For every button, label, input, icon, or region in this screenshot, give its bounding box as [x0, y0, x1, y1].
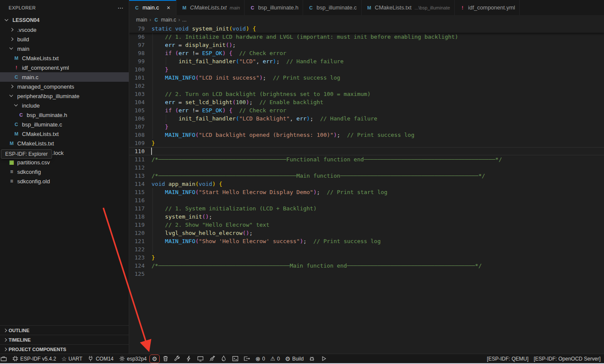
- code-line-116[interactable]: 116: [129, 196, 604, 204]
- statusbar-trash[interactable]: [160, 355, 171, 363]
- statusbar-gear[interactable]: ⚙: [149, 355, 160, 363]
- sticky-line-79[interactable]: 79static void system_init(void) {: [129, 25, 604, 33]
- tree-item-sdkconfig[interactable]: ≡sdkconfig: [0, 167, 129, 176]
- line-content: MAIN_INFO("LCD backlight opened (brightn…: [152, 131, 604, 139]
- tree-item-bsp-illuminate-c[interactable]: Cbsp_illuminate.c: [0, 120, 129, 129]
- statusbar-bug[interactable]: [306, 355, 318, 363]
- section-label: TIMELINE: [9, 337, 31, 342]
- status-bar: ESP-IDF v5.4.2☆UARTCOM14esp32p4⚙⊗0⚠0⚙Bui…: [0, 354, 604, 363]
- statusbar-play[interactable]: [318, 355, 329, 363]
- statusbar-chip-esp-idf-v5-4-2[interactable]: ESP-IDF v5.4.2: [9, 355, 59, 363]
- code-line-122[interactable]: 122: [129, 245, 604, 253]
- code-line-113[interactable]: 113/*───────────────────────────────────…: [129, 172, 604, 180]
- code-line-99[interactable]: 99 init_fail_handler("LCD", err); // Han…: [129, 57, 604, 65]
- close-icon[interactable]: ×: [165, 4, 172, 11]
- code-line-106[interactable]: 106 init_fail_handler("LCD Backlight", e…: [129, 114, 604, 123]
- statusbar-esp-idf-qemu[interactable]: [ESP-IDF: QEMU]: [484, 355, 531, 363]
- statusbar-flame[interactable]: [218, 355, 229, 363]
- statusbar-wrench[interactable]: [171, 355, 183, 363]
- tree-item-managed-components[interactable]: managed_components: [0, 82, 129, 91]
- line-number: 97: [129, 41, 152, 49]
- code-line-108[interactable]: 108 MAIN_INFO("LCD backlight opened (bri…: [129, 131, 604, 139]
- code-line-110[interactable]: 110: [129, 147, 604, 155]
- tree-item-lesson04[interactable]: LESSON04: [0, 15, 129, 25]
- statusbar-star-uart[interactable]: ☆UART: [59, 355, 85, 363]
- statusbar-export[interactable]: [241, 355, 253, 363]
- tree-item-vscode[interactable]: .vscode: [0, 25, 129, 34]
- statusbar-esp-idf-openocd-server[interactable]: [ESP-IDF: OpenOCD Server]: [531, 355, 603, 363]
- sticky-scroll-line[interactable]: 79static void system_init(void) {: [129, 25, 604, 33]
- tab-bsp-illuminate-h[interactable]: Cbsp_illuminate.h: [245, 0, 303, 15]
- breadcrumb-item[interactable]: main.c: [161, 17, 176, 23]
- line-content: static void system_init(void) {: [152, 25, 604, 33]
- line-content: void app_main(void) {: [152, 180, 604, 188]
- statusbar-monitor[interactable]: [195, 355, 206, 363]
- tab-bsp-illuminate-c[interactable]: Cbsp_illuminate.c: [303, 0, 361, 15]
- code-line-111[interactable]: 111/*───────────────────────────────────…: [129, 155, 604, 163]
- code-line-118[interactable]: 118 system_init();: [129, 213, 604, 221]
- section-timeline[interactable]: TIMELINE: [0, 335, 129, 344]
- code-line-101[interactable]: 101 MAIN_INFO("LCD init success"); // Pr…: [129, 74, 604, 82]
- code-line-96[interactable]: 96 // 1. Initialize LCD hardware and LVG…: [129, 33, 604, 41]
- tab-main-c[interactable]: Cmain.c×: [129, 0, 177, 15]
- line-number: 112: [129, 163, 152, 172]
- section-outline[interactable]: OUTLINE: [0, 325, 129, 335]
- code-line-112[interactable]: 112: [129, 163, 604, 172]
- statusbar-debug-plug[interactable]: [206, 355, 218, 363]
- tab-idf-component-yml[interactable]: !idf_component.yml: [455, 0, 520, 15]
- tree-item-idf-component-yml[interactable]: !idf_component.yml: [0, 63, 129, 72]
- statusbar-terminal[interactable]: [229, 355, 241, 363]
- tree-item-include[interactable]: include: [0, 101, 129, 110]
- tree-item-bsp-illuminate-h[interactable]: Cbsp_illuminate.h: [0, 110, 129, 120]
- code-line-100[interactable]: 100 }: [129, 65, 604, 74]
- code-line-124[interactable]: 124/*───────────────────────────────────…: [129, 262, 604, 270]
- statusbar-circuit-esp32p4[interactable]: esp32p4: [116, 355, 149, 363]
- chevron-right-icon: [2, 336, 9, 343]
- code-line-115[interactable]: 115 MAIN_INFO("Start Hello Elecrow Displ…: [129, 188, 604, 196]
- explorer-sidebar: EXPLORER ⋯ LESSON04.vscodebuildmainMCMak…: [0, 0, 129, 354]
- code-line-114[interactable]: 114void app_main(void) {: [129, 180, 604, 188]
- section-project-components[interactable]: PROJECT COMPONENTS: [0, 344, 129, 354]
- tree-item-cmakelists-txt[interactable]: MCMakeLists.txt: [0, 129, 129, 139]
- statusbar-zap[interactable]: [183, 355, 195, 363]
- tree-item-main[interactable]: main: [0, 44, 129, 53]
- tree-item-sdkconfig-old[interactable]: ≡sdkconfig.old: [0, 176, 129, 186]
- breadcrumb-item[interactable]: main: [136, 17, 147, 23]
- code-line-123[interactable]: 123}: [129, 253, 604, 262]
- code-line-125[interactable]: 125: [129, 270, 604, 278]
- code-line-105[interactable]: 105 if (err != ESP_OK) { // Check error: [129, 106, 604, 114]
- breadcrumb-item[interactable]: ...: [182, 17, 186, 23]
- more-actions-icon[interactable]: ⋯: [118, 4, 124, 11]
- line-content: [152, 270, 604, 278]
- code-line-121[interactable]: 121 MAIN_INFO("Show 'Hello Elecrow' succ…: [129, 237, 604, 245]
- code-line-119[interactable]: 119 // 2. Show "Hello Elecrow" text: [129, 221, 604, 229]
- indent-guide: [152, 33, 153, 41]
- statusbar-gear-build[interactable]: ⚙Build: [282, 355, 306, 363]
- tree-item-build[interactable]: build: [0, 34, 129, 44]
- status-bar-left: ESP-IDF v5.4.2☆UARTCOM14esp32p4⚙⊗0⚠0⚙Bui…: [1, 355, 329, 363]
- tree-item-cmakelists-txt[interactable]: MCMakeLists.txt: [0, 139, 129, 148]
- code-line-117[interactable]: 117 // 1. System initialization (LCD + B…: [129, 204, 604, 213]
- tree-item-peripheral-bsp-illuminate[interactable]: peripheral\bsp_illuminate: [0, 91, 129, 101]
- tree-item-main-c[interactable]: Cmain.c: [0, 72, 129, 82]
- file-m-icon: M: [8, 140, 15, 147]
- code-line-104[interactable]: 104 err = set_lcd_blight(100); // Enable…: [129, 98, 604, 106]
- code-line-120[interactable]: 120 lvgl_show_hello_elecrow();: [129, 229, 604, 237]
- statusbar-error-circle-0[interactable]: ⊗0: [253, 355, 267, 363]
- statusbar-plug-com14[interactable]: COM14: [85, 355, 116, 363]
- tree-item-label: CMakeLists.txt: [22, 55, 59, 62]
- statusbar-briefcase[interactable]: [0, 355, 9, 363]
- breadcrumb[interactable]: main›Cmain.c›...: [129, 15, 604, 25]
- code-line-107[interactable]: 107 }: [129, 123, 604, 131]
- code-editor[interactable]: 79static void system_init(void) { 96 // …: [129, 25, 604, 354]
- tab-cmakelists-txt-bsp-illuminate[interactable]: MCMakeLists.txt...\bsp_illuminate: [362, 0, 455, 15]
- code-line-109[interactable]: 109}: [129, 139, 604, 147]
- code-line-102[interactable]: 102: [129, 82, 604, 90]
- tab-cmakelists-txt-main[interactable]: MCMakeLists.txtmain: [177, 0, 245, 15]
- statusbar-warning-triangle-0[interactable]: ⚠0: [268, 355, 282, 363]
- tree-item-partitions-csv[interactable]: ▦partitions.csv: [0, 157, 129, 167]
- code-line-103[interactable]: 103 // 2. Turn on LCD backlight (brightn…: [129, 90, 604, 98]
- code-line-98[interactable]: 98 if (err != ESP_OK) { // Check error: [129, 49, 604, 57]
- code-line-97[interactable]: 97 err = display_init();: [129, 41, 604, 49]
- tree-item-cmakelists-txt[interactable]: MCMakeLists.txt: [0, 53, 129, 63]
